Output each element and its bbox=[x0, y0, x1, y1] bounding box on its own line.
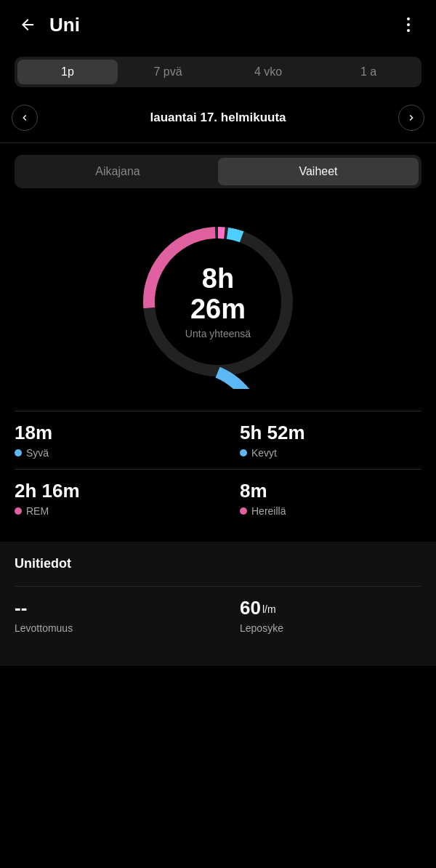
menu-button[interactable] bbox=[395, 12, 421, 38]
period-tab-1a[interactable]: 1 a bbox=[318, 60, 419, 84]
leposyke-label: Leposyke bbox=[240, 622, 421, 634]
prev-date-button[interactable] bbox=[12, 105, 38, 131]
view-toggle: Aikajana Vaiheet bbox=[15, 155, 421, 188]
leposyke-value: 60l/m bbox=[240, 597, 421, 619]
divider-1 bbox=[0, 142, 436, 143]
stat-light: 5h 52m Kevyt bbox=[218, 411, 421, 469]
total-sleep-time: 8h 26m bbox=[174, 264, 262, 325]
unitiedot-levottomuus: -- Levottomuus bbox=[15, 586, 218, 644]
period-tab-1p[interactable]: 1p bbox=[17, 60, 118, 84]
view-btn-vaiheet[interactable]: Vaiheet bbox=[218, 158, 419, 185]
stat-rem-label: REM bbox=[15, 505, 218, 517]
stats-grid: 18m Syvä 5h 52m Kevyt 2h 16m REM 8m bbox=[15, 411, 421, 527]
unitiedot-leposyke: 60l/m Leposyke bbox=[218, 586, 421, 644]
stat-deep-value: 18m bbox=[15, 422, 218, 444]
stat-rem-label-text: REM bbox=[26, 505, 49, 517]
back-button[interactable] bbox=[15, 12, 41, 38]
stat-rem: 2h 16m REM bbox=[15, 469, 218, 527]
date-navigation: lauantai 17. helmikuuta bbox=[0, 99, 436, 142]
stat-awake: 8m Hereillä bbox=[218, 469, 421, 527]
stat-rem-value: 2h 16m bbox=[15, 480, 218, 502]
unitiedot-section: Unitiedot -- Levottomuus 60l/m Leposyke bbox=[0, 542, 436, 666]
current-date: lauantai 17. helmikuuta bbox=[150, 110, 286, 125]
chart-area: 8h 26m Unta yhteensä bbox=[0, 200, 436, 411]
header: Uni bbox=[0, 0, 436, 49]
period-tab-4vko[interactable]: 4 vko bbox=[218, 60, 318, 84]
stat-awake-label: Hereillä bbox=[240, 505, 421, 517]
period-tabs: 1p 7 pvä 4 vko 1 a bbox=[15, 57, 421, 87]
donut-center: 8h 26m Unta yhteensä bbox=[174, 264, 262, 339]
levottomuus-val: -- bbox=[15, 597, 27, 619]
leposyke-unit: l/m bbox=[262, 603, 276, 615]
sleep-stats: 18m Syvä 5h 52m Kevyt 2h 16m REM 8m bbox=[0, 411, 436, 527]
dot-deep bbox=[15, 449, 22, 457]
three-dots-icon bbox=[407, 17, 410, 32]
stat-deep: 18m Syvä bbox=[15, 411, 218, 469]
stat-light-label-text: Kevyt bbox=[251, 447, 277, 459]
dot-rem bbox=[15, 507, 22, 515]
stat-awake-label-text: Hereillä bbox=[251, 505, 286, 517]
dot-light bbox=[240, 449, 247, 457]
levottomuus-value: -- bbox=[15, 597, 218, 619]
unitiedot-title: Unitiedot bbox=[15, 556, 421, 571]
view-btn-aikajana[interactable]: Aikajana bbox=[17, 158, 218, 185]
next-date-button[interactable] bbox=[398, 105, 424, 131]
leposyke-val: 60 bbox=[240, 597, 261, 619]
total-sleep-label: Unta yhteensä bbox=[174, 328, 262, 339]
page-title: Uni bbox=[41, 14, 395, 36]
stat-light-value: 5h 52m bbox=[240, 422, 421, 444]
donut-chart: 8h 26m Unta yhteensä bbox=[131, 214, 305, 389]
dot-awake bbox=[240, 507, 247, 515]
stat-awake-value: 8m bbox=[240, 480, 421, 502]
stat-light-label: Kevyt bbox=[240, 447, 421, 459]
unitiedot-grid: -- Levottomuus 60l/m Leposyke bbox=[15, 586, 421, 644]
stat-deep-label-text: Syvä bbox=[26, 447, 49, 459]
levottomuus-label: Levottomuus bbox=[15, 622, 218, 634]
stat-deep-label: Syvä bbox=[15, 447, 218, 459]
period-tab-7pva[interactable]: 7 pvä bbox=[118, 60, 218, 84]
